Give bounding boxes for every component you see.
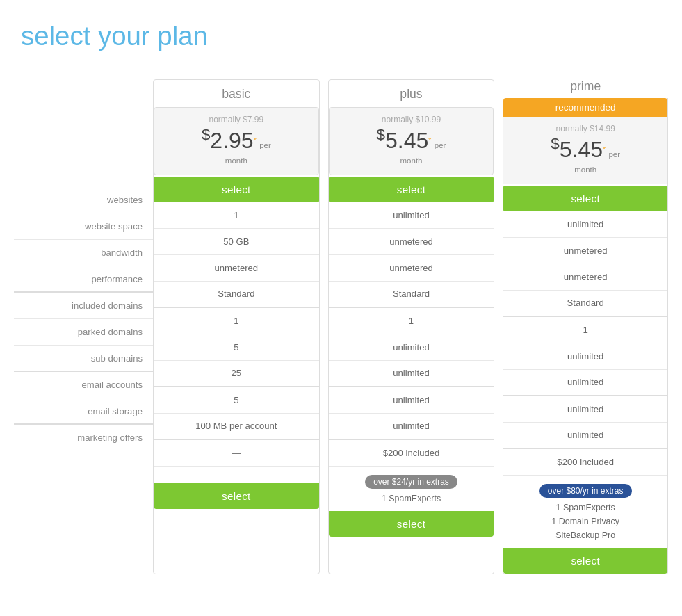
basic-performance: Standard <box>154 282 319 308</box>
plan-prime-normally: normally $14.99 <box>512 124 659 133</box>
plan-plus-features: unlimited unmetered unmetered Standard 1… <box>329 202 494 467</box>
prime-website-space: unmetered <box>503 238 667 264</box>
basic-extras <box>154 467 319 483</box>
basic-bandwidth: unmetered <box>154 255 319 282</box>
plan-plus-price: $5.45* permonth <box>338 126 485 166</box>
prime-websites: unlimited <box>503 211 667 238</box>
plan-basic-select-bottom[interactable]: select <box>154 483 319 509</box>
plan-prime-features: unlimited unmetered unmetered Standard 1… <box>503 211 667 476</box>
prime-email-storage: unlimited <box>503 423 667 449</box>
basic-parked-domains: 5 <box>154 334 319 361</box>
prime-bandwidth: unmetered <box>503 264 667 291</box>
plans-container: websites website space bandwidth perform… <box>14 79 668 574</box>
plus-parked-domains: unlimited <box>329 334 494 361</box>
plus-marketing-offers: $200 included <box>329 440 494 467</box>
plan-plus-normally: normally $10.99 <box>338 115 485 124</box>
plan-prime-top-label: prime <box>503 79 668 98</box>
page-title: select your plan <box>21 21 668 51</box>
label-marketing-offers: marketing offers <box>14 425 153 451</box>
plan-basic-price: $2.95* permonth <box>163 126 310 166</box>
plan-basic-pricing: normally $7.99 $2.95* permonth <box>154 107 319 175</box>
plan-basic-normally: normally $7.99 <box>163 115 310 124</box>
prime-email-accounts: unlimited <box>503 396 667 423</box>
plus-included-domains: 1 <box>329 308 494 334</box>
label-email-storage: email storage <box>14 398 153 425</box>
prime-marketing-offers: $200 included <box>503 449 667 476</box>
plus-spamexperts: 1 SpamExperts <box>336 492 487 505</box>
plus-sub-domains: unlimited <box>329 361 494 387</box>
plan-prime-select-bottom[interactable]: select <box>503 548 667 574</box>
label-websites: websites <box>14 187 153 213</box>
basic-websites: 1 <box>154 202 319 229</box>
plan-prime-price: $5.45* permonth <box>512 135 659 175</box>
basic-marketing-offers: — <box>154 440 319 467</box>
plan-plus-select-top[interactable]: select <box>329 177 494 202</box>
label-performance: performance <box>14 266 153 293</box>
plus-extras-badge: over $24/yr in extras <box>365 475 457 489</box>
prime-spamexperts: 1 SpamExperts <box>510 501 660 514</box>
label-included-domains: included domains <box>14 293 153 319</box>
plan-prime-recommended-badge: recommended <box>503 98 667 117</box>
plus-bandwidth: unmetered <box>329 255 494 282</box>
basic-email-accounts: 5 <box>154 387 319 414</box>
prime-included-domains: 1 <box>503 317 667 343</box>
prime-wrapper: prime recommended normally $14.99 $5.45*… <box>503 79 668 574</box>
plan-plus-select-bottom[interactable]: select <box>329 511 494 537</box>
prime-parked-domains: unlimited <box>503 343 667 370</box>
plan-basic-features: 1 50 GB unmetered Standard 1 5 25 5 100 … <box>154 202 319 467</box>
prime-extras-badge: over $80/yr in extras <box>539 484 632 498</box>
label-sub-domains: sub domains <box>14 346 153 372</box>
label-email-accounts: email accounts <box>14 372 153 398</box>
plus-extras: over $24/yr in extras 1 SpamExperts <box>329 467 494 511</box>
plan-plus: plus normally $10.99 $5.45* permonth sel… <box>328 79 495 574</box>
feature-labels-column: websites website space bandwidth perform… <box>14 187 153 451</box>
prime-sitebackup: SiteBackup Pro <box>510 528 660 542</box>
plan-basic-select-top[interactable]: select <box>154 177 319 202</box>
label-bandwidth: bandwidth <box>14 240 153 266</box>
plan-prime: recommended normally $14.99 $5.45* permo… <box>503 98 668 574</box>
label-parked-domains: parked domains <box>14 319 153 346</box>
basic-email-storage: 100 MB per account <box>154 414 319 440</box>
plan-plus-pricing: normally $10.99 $5.45* permonth <box>329 107 494 175</box>
plan-prime-select-top[interactable]: select <box>503 186 667 211</box>
basic-website-space: 50 GB <box>154 229 319 255</box>
plan-plus-title: plus <box>329 80 494 107</box>
plan-prime-pricing: normally $14.99 $5.45* permonth <box>503 117 667 184</box>
plus-email-storage: unlimited <box>329 414 494 440</box>
plan-basic-title: basic <box>154 80 319 107</box>
plus-website-space: unmetered <box>329 229 494 255</box>
prime-extras: over $80/yr in extras 1 SpamExperts 1 Do… <box>503 476 667 548</box>
prime-domain-privacy: 1 Domain Privacy <box>510 514 660 528</box>
prime-performance: Standard <box>503 291 667 317</box>
plus-email-accounts: unlimited <box>329 387 494 414</box>
plans-columns: basic normally $7.99 $2.95* permonth sel… <box>153 79 668 574</box>
label-website-space: website space <box>14 213 153 240</box>
basic-included-domains: 1 <box>154 308 319 334</box>
prime-sub-domains: unlimited <box>503 370 667 396</box>
basic-sub-domains: 25 <box>154 361 319 387</box>
plus-websites: unlimited <box>329 202 494 229</box>
plus-performance: Standard <box>329 282 494 308</box>
plan-basic: basic normally $7.99 $2.95* permonth sel… <box>153 79 320 574</box>
